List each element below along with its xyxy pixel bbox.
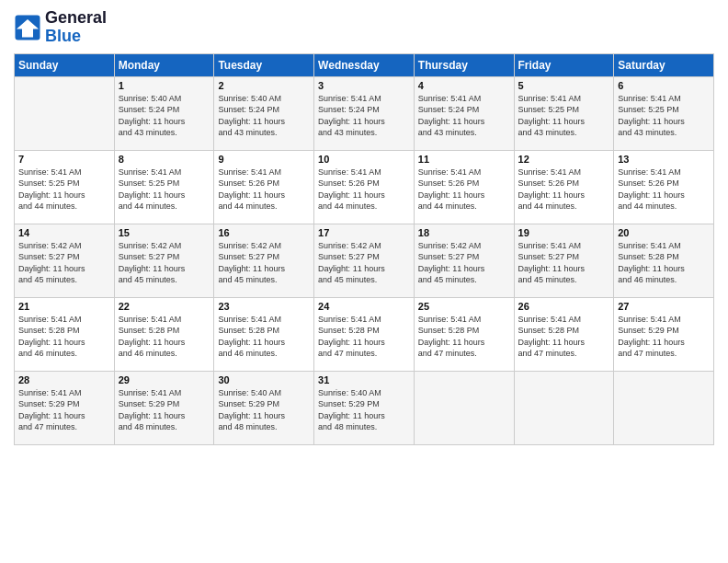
calendar-cell: 15Sunrise: 5:42 AMSunset: 5:27 PMDayligh…: [114, 224, 214, 297]
day-number: 12: [518, 154, 610, 165]
calendar-cell: 11Sunrise: 5:41 AMSunset: 5:26 PMDayligh…: [414, 150, 514, 224]
cell-info: Sunrise: 5:41 AMSunset: 5:28 PMDaylight:…: [119, 314, 210, 360]
calendar-table: SundayMondayTuesdayWednesdayThursdayFrid…: [14, 53, 714, 445]
cell-info: Sunrise: 5:41 AMSunset: 5:28 PMDaylight:…: [418, 314, 510, 360]
cell-info: Sunrise: 5:41 AMSunset: 5:26 PMDaylight:…: [418, 167, 510, 213]
calendar-cell: 31Sunrise: 5:40 AMSunset: 5:29 PMDayligh…: [314, 371, 415, 444]
calendar-cell: [15, 76, 115, 150]
cell-info: Sunrise: 5:41 AMSunset: 5:25 PMDaylight:…: [119, 167, 210, 213]
calendar-cell: 10Sunrise: 5:41 AMSunset: 5:26 PMDayligh…: [314, 150, 415, 224]
calendar-cell: 6Sunrise: 5:41 AMSunset: 5:25 PMDaylight…: [614, 76, 714, 150]
cell-info: Sunrise: 5:42 AMSunset: 5:27 PMDaylight:…: [418, 240, 510, 286]
cell-info: Sunrise: 5:40 AMSunset: 5:29 PMDaylight:…: [218, 387, 310, 433]
calendar-cell: [614, 371, 714, 444]
day-number: 4: [418, 80, 510, 91]
logo-icon: [14, 14, 41, 41]
day-number: 15: [119, 227, 210, 238]
cell-info: Sunrise: 5:41 AMSunset: 5:25 PMDaylight:…: [18, 167, 110, 213]
cell-info: Sunrise: 5:42 AMSunset: 5:27 PMDaylight:…: [18, 240, 110, 286]
calendar-week-4: 21Sunrise: 5:41 AMSunset: 5:28 PMDayligh…: [15, 297, 714, 371]
cell-info: Sunrise: 5:41 AMSunset: 5:26 PMDaylight:…: [618, 167, 710, 213]
cell-info: Sunrise: 5:41 AMSunset: 5:26 PMDaylight:…: [318, 167, 410, 213]
cell-info: Sunrise: 5:42 AMSunset: 5:27 PMDaylight:…: [119, 240, 210, 286]
day-header-monday: Monday: [114, 53, 214, 76]
day-number: 24: [318, 301, 410, 312]
calendar-cell: 30Sunrise: 5:40 AMSunset: 5:29 PMDayligh…: [214, 371, 314, 444]
cell-info: Sunrise: 5:41 AMSunset: 5:25 PMDaylight:…: [618, 93, 710, 139]
cell-info: Sunrise: 5:41 AMSunset: 5:29 PMDaylight:…: [119, 387, 210, 433]
day-number: 16: [218, 227, 310, 238]
calendar-cell: 4Sunrise: 5:41 AMSunset: 5:24 PMDaylight…: [414, 76, 514, 150]
day-header-friday: Friday: [514, 53, 614, 76]
cell-info: Sunrise: 5:41 AMSunset: 5:28 PMDaylight:…: [218, 314, 310, 360]
cell-info: Sunrise: 5:42 AMSunset: 5:27 PMDaylight:…: [318, 240, 410, 286]
calendar-body: 1Sunrise: 5:40 AMSunset: 5:24 PMDaylight…: [15, 76, 714, 444]
day-number: 19: [518, 227, 610, 238]
day-header-thursday: Thursday: [414, 53, 514, 76]
day-number: 5: [518, 80, 610, 91]
calendar-header-row: SundayMondayTuesdayWednesdayThursdayFrid…: [15, 53, 714, 76]
calendar-cell: 7Sunrise: 5:41 AMSunset: 5:25 PMDaylight…: [15, 150, 115, 224]
header: General Blue: [14, 9, 714, 46]
calendar-cell: 8Sunrise: 5:41 AMSunset: 5:25 PMDaylight…: [114, 150, 214, 224]
calendar-cell: 25Sunrise: 5:41 AMSunset: 5:28 PMDayligh…: [414, 297, 514, 371]
cell-info: Sunrise: 5:41 AMSunset: 5:25 PMDaylight:…: [518, 93, 610, 139]
calendar-cell: 2Sunrise: 5:40 AMSunset: 5:24 PMDaylight…: [214, 76, 314, 150]
calendar-cell: 14Sunrise: 5:42 AMSunset: 5:27 PMDayligh…: [15, 224, 115, 297]
day-number: 11: [418, 154, 510, 165]
calendar-cell: 1Sunrise: 5:40 AMSunset: 5:24 PMDaylight…: [114, 76, 214, 150]
cell-info: Sunrise: 5:41 AMSunset: 5:24 PMDaylight:…: [318, 93, 410, 139]
cell-info: Sunrise: 5:41 AMSunset: 5:28 PMDaylight:…: [318, 314, 410, 360]
day-number: 25: [418, 301, 510, 312]
day-number: 8: [119, 154, 210, 165]
day-number: 13: [618, 154, 710, 165]
day-number: 2: [218, 80, 310, 91]
calendar-week-5: 28Sunrise: 5:41 AMSunset: 5:29 PMDayligh…: [15, 371, 714, 444]
calendar-cell: 26Sunrise: 5:41 AMSunset: 5:28 PMDayligh…: [514, 297, 614, 371]
day-number: 9: [218, 154, 310, 165]
calendar-container: General Blue SundayMondayTuesdayWednesda…: [0, 0, 728, 450]
calendar-cell: 24Sunrise: 5:41 AMSunset: 5:28 PMDayligh…: [314, 297, 415, 371]
day-number: 30: [218, 374, 310, 385]
cell-info: Sunrise: 5:42 AMSunset: 5:27 PMDaylight:…: [218, 240, 310, 286]
day-number: 21: [18, 301, 110, 312]
calendar-cell: 29Sunrise: 5:41 AMSunset: 5:29 PMDayligh…: [114, 371, 214, 444]
calendar-cell: 27Sunrise: 5:41 AMSunset: 5:29 PMDayligh…: [614, 297, 714, 371]
day-number: 27: [618, 301, 710, 312]
day-number: 6: [618, 80, 710, 91]
day-number: 1: [119, 80, 210, 91]
cell-info: Sunrise: 5:41 AMSunset: 5:26 PMDaylight:…: [218, 167, 310, 213]
day-header-wednesday: Wednesday: [314, 53, 415, 76]
day-number: 3: [318, 80, 410, 91]
calendar-cell: [514, 371, 614, 444]
day-header-saturday: Saturday: [614, 53, 714, 76]
day-header-tuesday: Tuesday: [214, 53, 314, 76]
cell-info: Sunrise: 5:41 AMSunset: 5:27 PMDaylight:…: [518, 240, 610, 286]
calendar-week-3: 14Sunrise: 5:42 AMSunset: 5:27 PMDayligh…: [15, 224, 714, 297]
cell-info: Sunrise: 5:41 AMSunset: 5:24 PMDaylight:…: [418, 93, 510, 139]
calendar-cell: 3Sunrise: 5:41 AMSunset: 5:24 PMDaylight…: [314, 76, 415, 150]
calendar-week-1: 1Sunrise: 5:40 AMSunset: 5:24 PMDaylight…: [15, 76, 714, 150]
calendar-week-2: 7Sunrise: 5:41 AMSunset: 5:25 PMDaylight…: [15, 150, 714, 224]
calendar-cell: 12Sunrise: 5:41 AMSunset: 5:26 PMDayligh…: [514, 150, 614, 224]
logo-text: General Blue: [45, 9, 107, 46]
day-number: 31: [318, 374, 410, 385]
calendar-cell: 19Sunrise: 5:41 AMSunset: 5:27 PMDayligh…: [514, 224, 614, 297]
calendar-cell: 23Sunrise: 5:41 AMSunset: 5:28 PMDayligh…: [214, 297, 314, 371]
cell-info: Sunrise: 5:41 AMSunset: 5:28 PMDaylight:…: [518, 314, 610, 360]
cell-info: Sunrise: 5:41 AMSunset: 5:28 PMDaylight:…: [18, 314, 110, 360]
calendar-cell: 20Sunrise: 5:41 AMSunset: 5:28 PMDayligh…: [614, 224, 714, 297]
calendar-cell: 17Sunrise: 5:42 AMSunset: 5:27 PMDayligh…: [314, 224, 415, 297]
day-number: 10: [318, 154, 410, 165]
calendar-cell: 28Sunrise: 5:41 AMSunset: 5:29 PMDayligh…: [15, 371, 115, 444]
cell-info: Sunrise: 5:40 AMSunset: 5:29 PMDaylight:…: [318, 387, 410, 433]
cell-info: Sunrise: 5:41 AMSunset: 5:29 PMDaylight:…: [618, 314, 710, 360]
day-number: 18: [418, 227, 510, 238]
day-number: 29: [119, 374, 210, 385]
day-header-sunday: Sunday: [15, 53, 115, 76]
cell-info: Sunrise: 5:40 AMSunset: 5:24 PMDaylight:…: [119, 93, 210, 139]
cell-info: Sunrise: 5:40 AMSunset: 5:24 PMDaylight:…: [218, 93, 310, 139]
day-number: 28: [18, 374, 110, 385]
day-number: 17: [318, 227, 410, 238]
calendar-cell: 9Sunrise: 5:41 AMSunset: 5:26 PMDaylight…: [214, 150, 314, 224]
